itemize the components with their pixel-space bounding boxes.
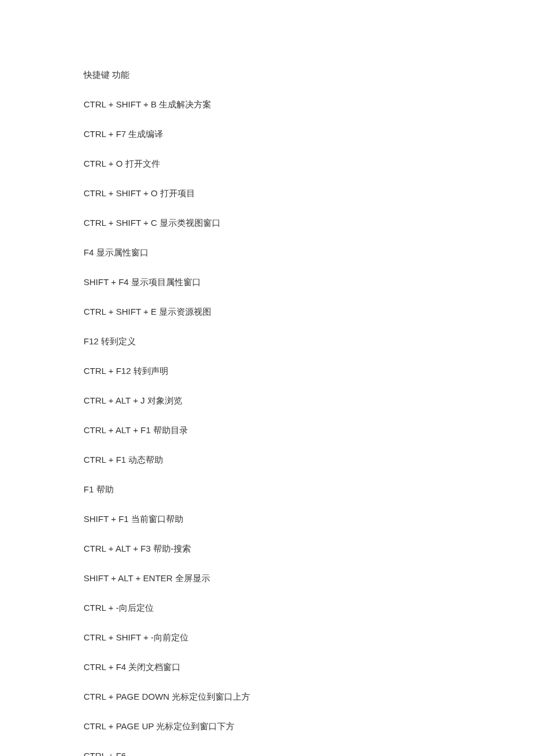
shortcut-list: CTRL + SHIFT + B 生成解决方案CTRL + F7 生成编译CTR… — [84, 98, 450, 756]
shortcut-entry: CTRL + SHIFT + B 生成解决方案 — [84, 98, 450, 110]
shortcut-entry: CTRL + SHIFT + -向前定位 — [84, 631, 450, 643]
shortcut-entry: CTRL + SHIFT + C 显示类视图窗口 — [84, 217, 450, 229]
shortcut-entry: CTRL + ALT + F1 帮助目录 — [84, 424, 450, 436]
shortcut-entry: CTRL + F4 关闭文档窗口 — [84, 661, 450, 673]
shortcut-entry: CTRL + F7 生成编译 — [84, 128, 450, 140]
shortcut-entry: CTRL + F1 动态帮助 — [84, 453, 450, 466]
header-line: 快捷键 功能 — [84, 69, 450, 81]
shortcut-entry: F1 帮助 — [84, 483, 450, 495]
shortcut-entry: F12 转到定义 — [84, 335, 450, 347]
shortcut-entry: CTRL + ALT + F3 帮助-搜索 — [84, 542, 450, 555]
shortcut-entry: CTRL + SHIFT + E 显示资源视图 — [84, 305, 450, 318]
shortcut-entry: CTRL + PAGE DOWN 光标定位到窗口上方 — [84, 690, 450, 703]
shortcut-entry: CTRL + SHIFT + O 打开项目 — [84, 187, 450, 199]
shortcut-entry: CTRL + F12 转到声明 — [84, 365, 450, 377]
shortcut-entry: CTRL + O 打开文件 — [84, 157, 450, 170]
shortcut-entry: F4 显示属性窗口 — [84, 246, 450, 258]
shortcut-entry: SHIFT + F4 显示项目属性窗口 — [84, 276, 450, 288]
shortcut-entry: CTRL + F6 — [84, 750, 450, 756]
shortcut-entry: CTRL + -向后定位 — [84, 602, 450, 614]
shortcut-entry: CTRL + PAGE UP 光标定位到窗口下方 — [84, 720, 450, 732]
shortcut-entry: SHIFT + F1 当前窗口帮助 — [84, 513, 450, 525]
shortcut-entry: CTRL + ALT + J 对象浏览 — [84, 394, 450, 406]
shortcut-entry: SHIFT + ALT + ENTER 全屏显示 — [84, 572, 450, 584]
